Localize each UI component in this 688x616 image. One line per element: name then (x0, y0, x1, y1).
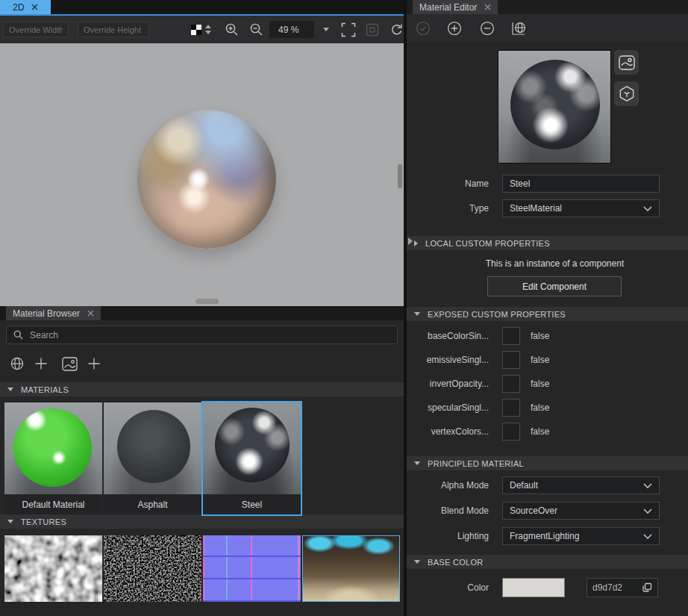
tab-material-editor-label: Material Editor (419, 2, 477, 13)
tab-2d[interactable]: 2D (0, 0, 51, 14)
color-hex-field[interactable]: d9d7d2 (587, 578, 658, 597)
2d-view-panel: 2D 49 % (0, 0, 404, 616)
material-card-steel[interactable]: Steel (203, 402, 301, 514)
chevron-down-icon (643, 483, 652, 488)
splitter-collapse-arrow[interactable] (408, 237, 413, 245)
material-preview[interactable] (498, 50, 611, 164)
property-checkbox[interactable] (502, 375, 520, 393)
texture-image-icon[interactable] (62, 357, 78, 371)
viewport-scrollbar[interactable] (398, 164, 402, 188)
property-checkbox[interactable] (502, 423, 520, 441)
name-label: Name (407, 178, 489, 189)
search-input[interactable] (30, 330, 390, 340)
zoom-out-icon[interactable] (249, 22, 263, 37)
principled-material-header[interactable]: PRINCIPLED MATERIAL (407, 456, 688, 470)
zoom-dropdown-caret[interactable] (323, 28, 329, 31)
local-properties-label: LOCAL CUSTOM PROPERTIES (425, 239, 550, 248)
material-browser-tabbar: Material Browser (0, 306, 404, 320)
search-icon (13, 330, 23, 340)
tab-material-editor[interactable]: Material Editor (413, 0, 498, 14)
collapse-caret-icon (414, 560, 420, 564)
material-sphere-icon[interactable] (10, 356, 25, 371)
property-value: false (531, 331, 549, 341)
type-label: Type (407, 203, 489, 214)
add-material-icon[interactable] (34, 357, 48, 370)
edit-component-button[interactable]: Edit Component (487, 276, 622, 296)
preview-model-button[interactable] (614, 81, 639, 106)
property-value: false (531, 402, 549, 413)
add-texture-icon[interactable] (87, 357, 101, 370)
local-properties-header[interactable]: LOCAL CUSTOM PROPERTIES (407, 236, 688, 250)
material-thumbnail (104, 402, 201, 494)
tab-material-browser[interactable]: Material Browser (6, 306, 101, 320)
texture-thumbnail-normalmap[interactable] (203, 535, 301, 602)
fit-selection-icon[interactable] (341, 22, 356, 37)
lighting-select[interactable]: FragmentLighting (502, 527, 660, 545)
material-name: Steel (203, 494, 301, 514)
material-card-asphalt[interactable]: Asphalt (104, 402, 201, 514)
override-width-input[interactable] (3, 22, 69, 37)
property-checkbox[interactable] (502, 351, 520, 369)
material-card-default[interactable]: Default Material (4, 402, 102, 514)
exposed-properties-header[interactable]: EXPOSED CUSTOM PROPERTIES (407, 307, 688, 321)
collapse-caret-icon (7, 388, 13, 391)
select-label: Alpha Mode (407, 480, 489, 491)
material-search-field[interactable] (6, 326, 398, 344)
material-library-icon[interactable] (511, 21, 527, 36)
refresh-icon[interactable] (390, 23, 404, 37)
collapse-caret-icon (414, 461, 420, 465)
background-stepper[interactable] (205, 25, 211, 34)
zoom-to-selection-icon[interactable] (366, 23, 379, 37)
material-type-select[interactable]: SteelMaterial (502, 199, 660, 217)
component-instance-note: This is an instance of a component (422, 258, 688, 269)
materials-grid: Default Material Asphalt Steel (0, 402, 404, 514)
steel-sphere-canvas[interactable] (137, 110, 276, 249)
base-color-label: BASE COLOR (428, 558, 484, 567)
property-checkbox[interactable] (502, 399, 520, 417)
remove-material-circle-icon[interactable] (480, 21, 495, 36)
color-swatch[interactable] (502, 578, 565, 597)
base-color-header[interactable]: BASE COLOR (407, 555, 688, 569)
material-type-value: SteelMaterial (510, 203, 562, 214)
materials-section-header[interactable]: MATERIALS (0, 382, 404, 396)
apply-check-icon[interactable] (416, 21, 431, 36)
exposed-properties-list: baseColorSin... false emissiveSingl... f… (407, 327, 688, 441)
tab-material-browser-label: Material Browser (13, 308, 80, 319)
2d-viewport[interactable] (0, 43, 404, 306)
viewport-resize-handle[interactable] (196, 299, 219, 304)
tab-2d-label: 2D (13, 2, 24, 13)
blend-mode-select[interactable]: SourceOver (502, 502, 660, 520)
select-value: SourceOver (510, 505, 557, 516)
2d-toolbar: 49 % (0, 16, 404, 43)
property-value: false (531, 379, 549, 389)
texture-thumbnail-noise[interactable] (4, 535, 102, 602)
textures-section-header[interactable]: TEXTURES (0, 514, 404, 529)
texture-thumbnail-environment[interactable] (302, 535, 400, 602)
override-height-input[interactable] (78, 22, 149, 37)
zoom-level-combobox[interactable]: 49 % (269, 21, 314, 38)
close-icon[interactable] (484, 4, 491, 10)
property-row: invertOpacity... false (407, 375, 688, 393)
principled-material-list: Alpha Mode Default Blend Mode SourceOver… (407, 476, 688, 545)
texture-thumbnail-grain[interactable] (104, 535, 201, 602)
background-checker-icon[interactable] (191, 25, 201, 35)
zoom-in-icon[interactable] (225, 22, 239, 37)
collapse-caret-icon (7, 520, 13, 523)
property-label: baseColorSin... (407, 331, 489, 341)
material-browser-panel: Material Browser (0, 306, 404, 602)
material-name-input[interactable] (502, 175, 660, 193)
close-icon[interactable] (87, 310, 94, 317)
collapsed-caret-icon (414, 240, 418, 246)
application-window: 2D 49 % (0, 0, 688, 616)
preview-environment-button[interactable] (614, 50, 639, 75)
copy-icon[interactable] (642, 582, 652, 593)
color-hex-value: d9d7d2 (592, 582, 637, 593)
property-value: false (531, 355, 549, 365)
close-icon[interactable] (31, 4, 38, 10)
property-row: emissiveSingl... false (407, 351, 688, 369)
zoom-level-value: 49 % (278, 25, 298, 35)
property-checkbox[interactable] (502, 327, 520, 345)
alpha-mode-select[interactable]: Default (502, 476, 660, 494)
color-row: Color d9d7d2 (407, 578, 688, 597)
add-material-circle-icon[interactable] (447, 21, 462, 36)
